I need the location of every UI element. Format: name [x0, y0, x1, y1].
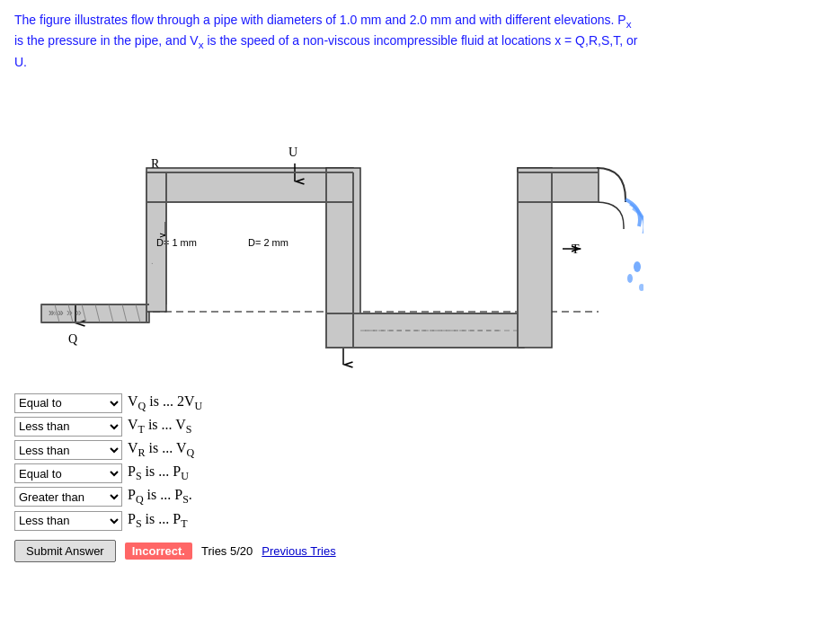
dropdown-q3[interactable]: Equal to Less than Greater than [14, 440, 122, 460]
submit-row: Submit Answer Incorrect. Tries 5/20 Prev… [14, 540, 820, 562]
question-row-6: Equal to Less than Greater than PS is ..… [14, 511, 820, 531]
previous-tries-link[interactable]: Previous Tries [262, 544, 335, 558]
pipe-diagram: »»» Q · R D= 1 mm D= 2 mm U S [14, 83, 643, 379]
dropdown-q1[interactable]: Equal to Less than Greater than [14, 393, 122, 413]
svg-point-27 [639, 284, 643, 291]
question-text-6: PS is ... PT [128, 511, 188, 531]
question-row-3: Equal to Less than Greater than VR is ..… [14, 440, 820, 460]
svg-text:·: · [147, 262, 157, 265]
tries-text: Tries 5/20 [201, 544, 253, 558]
svg-point-26 [627, 274, 633, 283]
question-row-4: Equal to Less than Greater than PS is ..… [14, 463, 820, 483]
question-row-5: Equal to Less than Greater than PQ is ..… [14, 487, 820, 507]
question-text-4: PS is ... PU [128, 463, 189, 483]
svg-text:Q: Q [68, 332, 77, 346]
dropdown-q4[interactable]: Equal to Less than Greater than [14, 463, 122, 483]
figure-container: »»» Q · R D= 1 mm D= 2 mm U S [14, 83, 643, 379]
question-row-1: Equal to Less than Greater than VQ is ..… [14, 393, 820, 413]
dropdown-q2[interactable]: Equal to Less than Greater than [14, 417, 122, 437]
question-text-2: VT is ... VS [128, 417, 192, 437]
dropdown-q6[interactable]: Equal to Less than Greater than [14, 511, 122, 531]
submit-button[interactable]: Submit Answer [14, 540, 116, 562]
status-badge: Incorrect. [125, 543, 192, 560]
question-text-1: VQ is ... 2VU [128, 393, 202, 413]
svg-text:»  »  »  »: » » » » [49, 306, 82, 319]
question-text-5: PQ is ... PS. [128, 487, 192, 507]
questions-area: Equal to Less than Greater than VQ is ..… [14, 393, 820, 562]
question-row-2: Equal to Less than Greater than VT is ..… [14, 417, 820, 437]
svg-text:U: U [288, 146, 297, 159]
svg-text:D= 1 mm: D= 1 mm [156, 237, 197, 248]
dropdown-q5[interactable]: Equal to Less than Greater than [14, 487, 122, 507]
problem-description: The figure illustrates flow through a pi… [14, 11, 643, 72]
svg-text:D= 2 mm: D= 2 mm [248, 237, 288, 248]
question-text-3: VR is ... VQ [128, 440, 194, 460]
svg-point-24 [634, 261, 641, 272]
